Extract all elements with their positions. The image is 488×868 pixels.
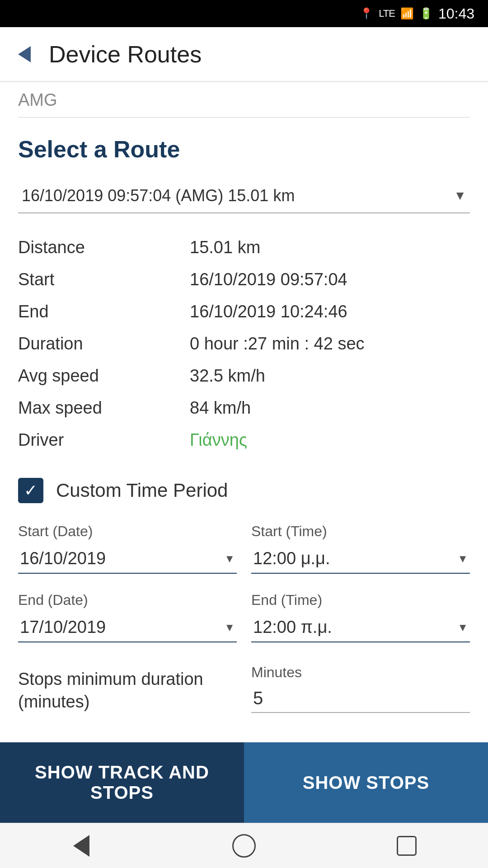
end-time-dropdown[interactable]: 12:00 π.μ. ▼ (251, 613, 470, 642)
minutes-input-group: Minutes (251, 664, 470, 713)
stops-min-duration-label: Stops minimum duration(minutes) (18, 668, 237, 713)
select-route-title: Select a Route (18, 136, 470, 163)
avg-speed-value: 32.5 km/h (190, 366, 470, 386)
end-time-value: 12:00 π.μ. (253, 618, 332, 637)
duration-value: 0 hour :27 min : 42 sec (190, 334, 470, 354)
start-time-group: Start (Time) 12:00 μ.μ. ▼ (251, 523, 470, 574)
stops-min-duration-group: Stops minimum duration(minutes) (18, 668, 237, 713)
start-label: Start (18, 270, 190, 289)
route-selector-dropdown[interactable]: 16/10/2019 09:57:04 (AMG) 15.01 km ▼ (18, 179, 470, 213)
avg-speed-label: Avg speed (18, 366, 190, 386)
back-arrow-icon (18, 46, 31, 62)
detail-row-duration: Duration 0 hour :27 min : 42 sec (18, 328, 470, 360)
toolbar: Device Routes (0, 27, 488, 81)
driver-label: Driver (18, 430, 190, 450)
show-stops-button[interactable]: SHOW STOPS (244, 742, 488, 823)
max-speed-value: 84 km/h (190, 398, 470, 418)
start-time-value: 12:00 μ.μ. (253, 549, 330, 568)
datetime-grid: Start (Date) 16/10/2019 ▼ Start (Time) 1… (18, 523, 470, 642)
end-date-dropdown[interactable]: 17/10/2019 ▼ (18, 613, 237, 642)
start-date-value: 16/10/2019 (20, 549, 106, 568)
max-speed-label: Max speed (18, 398, 190, 418)
nav-home-button[interactable] (226, 828, 262, 864)
end-time-group: End (Time) 12:00 π.μ. ▼ (251, 592, 470, 642)
start-date-dropdown[interactable]: 16/10/2019 ▼ (18, 544, 237, 574)
route-dropdown-text: 16/10/2019 09:57:04 (AMG) 15.01 km (22, 186, 295, 205)
end-label: End (18, 302, 190, 321)
start-date-group: Start (Date) 16/10/2019 ▼ (18, 523, 237, 574)
back-button[interactable] (11, 41, 38, 68)
amg-label: AMG (18, 81, 470, 118)
nav-home-icon (232, 834, 256, 858)
detail-row-avg-speed: Avg speed 32.5 km/h (18, 360, 470, 392)
lte-icon: LTE (379, 8, 395, 19)
end-date-group: End (Date) 17/10/2019 ▼ (18, 592, 237, 642)
start-time-dropdown[interactable]: 12:00 μ.μ. ▼ (251, 544, 470, 574)
nav-bar (0, 823, 488, 868)
minutes-input[interactable] (251, 684, 470, 713)
status-icons: 📍 LTE 📶 🔋 10:43 (360, 5, 474, 22)
nav-back-icon (73, 835, 89, 857)
custom-time-period-label: Custom Time Period (56, 480, 228, 501)
distance-label: Distance (18, 238, 190, 257)
detail-row-end: End 16/10/2019 10:24:46 (18, 296, 470, 328)
checkmark-icon: ✓ (24, 482, 38, 499)
start-time-arrow-icon: ▼ (457, 552, 468, 565)
status-time: 10:43 (438, 5, 474, 22)
start-value: 16/10/2019 09:57:04 (190, 270, 470, 289)
start-date-label: Start (Date) (18, 523, 237, 540)
route-details: Distance 15.01 km Start 16/10/2019 09:57… (18, 231, 470, 456)
signal-icon: 📶 (400, 7, 414, 20)
status-bar: 📍 LTE 📶 🔋 10:43 (0, 0, 488, 27)
route-dropdown-arrow-icon: ▼ (454, 189, 466, 203)
distance-value: 15.01 km (190, 238, 470, 257)
stops-minutes-row: Stops minimum duration(minutes) Minutes (18, 664, 470, 713)
end-date-arrow-icon: ▼ (224, 621, 235, 634)
bottom-buttons: SHOW TRACK AND STOPS SHOW STOPS (0, 742, 488, 823)
detail-row-distance: Distance 15.01 km (18, 231, 470, 264)
show-track-stops-button[interactable]: SHOW TRACK AND STOPS (0, 742, 244, 823)
end-date-label: End (Date) (18, 592, 237, 609)
detail-row-start: Start 16/10/2019 09:57:04 (18, 264, 470, 296)
nav-recents-icon (397, 836, 417, 856)
end-time-arrow-icon: ▼ (457, 621, 468, 634)
nav-back-button[interactable] (63, 828, 99, 864)
duration-label: Duration (18, 334, 190, 354)
detail-row-driver: Driver Γιάννης (18, 424, 470, 456)
start-date-arrow-icon: ▼ (224, 552, 235, 565)
end-date-value: 17/10/2019 (20, 618, 106, 637)
driver-value: Γιάννης (190, 430, 470, 450)
nav-recents-button[interactable] (389, 828, 425, 864)
battery-icon: 🔋 (419, 7, 433, 20)
custom-time-period-row: ✓ Custom Time Period (18, 478, 470, 503)
content-area: AMG Select a Route 16/10/2019 09:57:04 (… (0, 81, 488, 758)
end-time-label: End (Time) (251, 592, 470, 609)
custom-time-period-checkbox[interactable]: ✓ (18, 478, 43, 503)
detail-row-max-speed: Max speed 84 km/h (18, 392, 470, 424)
minutes-sublabel: Minutes (251, 664, 470, 681)
end-value: 16/10/2019 10:24:46 (190, 302, 470, 321)
page-title: Device Routes (49, 41, 202, 68)
location-icon: 📍 (360, 7, 373, 20)
start-time-label: Start (Time) (251, 523, 470, 540)
